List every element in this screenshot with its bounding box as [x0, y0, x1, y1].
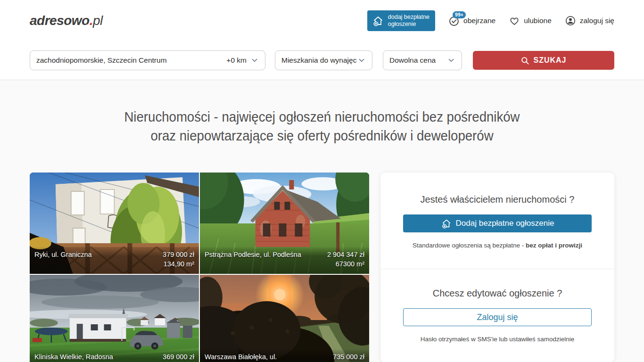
- listing-area: 67300 m²: [327, 259, 364, 269]
- location-value: zachodniopomorskie, Szczecin Centrum: [36, 56, 167, 65]
- owner-note-bold: bez opłat i prowizji: [526, 242, 582, 249]
- chevron-down-icon: [250, 56, 259, 65]
- search-button-label: SZUKAJ: [533, 56, 566, 65]
- radius-value: +0 km: [226, 56, 247, 65]
- add-listing-label-line2: ogłoszenie: [388, 21, 416, 27]
- search-button[interactable]: SZUKAJ: [473, 51, 614, 70]
- login-button-label: Zaloguj się: [477, 313, 518, 322]
- favorites-link[interactable]: ulubione: [509, 15, 552, 26]
- add-free-listing-label: Dodaj bezpłatne ogłoszenie: [456, 219, 554, 228]
- search-section: zachodniopomorskie, Szczecin Centrum +0 …: [0, 41, 644, 80]
- owner-heading: Jesteś właścicielem nieruchomości ?: [403, 194, 592, 205]
- viewed-count-badge: 99+: [453, 11, 466, 18]
- login-link[interactable]: zaloguj się: [565, 15, 614, 26]
- category-select[interactable]: Mieszkania do wynajęc: [275, 50, 372, 70]
- viewed-link[interactable]: 99+ obejrzane: [448, 15, 495, 26]
- search-icon: [520, 56, 529, 65]
- listing-location: Ryki, ul. Graniczna: [34, 250, 92, 270]
- logo-main: adresowo: [30, 13, 90, 28]
- edit-section: Chcesz edytować ogłoszenie ? Zaloguj się…: [380, 269, 614, 362]
- listing-caption: Pstrążna Podlesie, ul. Podleśna 2 904 34…: [200, 247, 369, 274]
- sidebar: Jesteś właścicielem nieruchomości ? Doda…: [380, 173, 614, 362]
- owner-note: Standardowe ogłoszenia są bezpłatne - be…: [403, 242, 592, 249]
- main-content: Nieruchomości - najwięcej ogłoszeń nieru…: [0, 80, 644, 362]
- owner-section: Jesteś właścicielem nieruchomości ? Doda…: [380, 173, 614, 269]
- listing-caption: Kliniska Wielkie, Radosna 369 000 zł: [30, 349, 199, 362]
- top-bar: adresowo.pl dodaj bezpłatne ogłoszenie: [0, 0, 644, 41]
- login-button[interactable]: Zaloguj się: [403, 308, 592, 326]
- chevron-down-icon: [447, 56, 455, 65]
- logo[interactable]: adresowo.pl: [30, 13, 103, 28]
- listing-caption: Ryki, ul. Graniczna 379 000 zł 134,90 m²: [30, 247, 199, 274]
- add-listing-button[interactable]: dodaj bezpłatne ogłoszenie: [367, 10, 435, 31]
- listing-area: 134,90 m²: [163, 259, 194, 269]
- edit-heading: Chcesz edytować ogłoszenie ?: [403, 288, 592, 299]
- owner-panel: Jesteś właścicielem nieruchomości ? Doda…: [380, 173, 614, 362]
- owner-note-regular: Standardowe ogłoszenia są bezpłatne -: [413, 242, 526, 249]
- header-actions: dodaj bezpłatne ogłoszenie 99+ obejrzane: [367, 10, 614, 31]
- chevron-down-icon: [357, 56, 366, 65]
- listing-price: 369 000 zł: [163, 352, 194, 362]
- listing-card[interactable]: Pstrążna Podlesie, ul. Podleśna 2 904 34…: [200, 173, 369, 274]
- location-input[interactable]: zachodniopomorskie, Szczecin Centrum +0 …: [30, 50, 265, 70]
- listing-location: Pstrążna Podlesie, ul. Podleśna: [205, 250, 301, 270]
- house-plus-icon: [372, 15, 384, 27]
- login-label: zaloguj się: [580, 16, 614, 25]
- price-select[interactable]: Dowolna cena: [383, 50, 462, 70]
- listing-card[interactable]: Ryki, ul. Graniczna 379 000 zł 134,90 m²: [30, 173, 199, 274]
- listing-card[interactable]: Kliniska Wielkie, Radosna 369 000 zł: [30, 275, 199, 362]
- check-circle-icon: 99+: [448, 15, 460, 26]
- listing-price: 2 904 347 zł: [327, 250, 364, 259]
- logo-dot: .: [90, 13, 93, 28]
- page-title-line1: Nieruchomości - najwięcej ogłoszeń nieru…: [26, 107, 619, 126]
- user-circle-icon: [565, 15, 576, 26]
- edit-note: Hasło otrzymałeś w SMS'ie lub ustawiłeś …: [403, 336, 592, 343]
- add-listing-label-line1: dodaj bezpłatne: [388, 14, 429, 20]
- add-free-listing-button[interactable]: Dodaj bezpłatne ogłoszenie: [403, 214, 592, 232]
- page-title-line2: oraz niepowtarzające się oferty pośredni…: [26, 126, 619, 145]
- listing-price: 379 000 zł: [163, 250, 194, 259]
- listings-grid: Ryki, ul. Graniczna 379 000 zł 134,90 m²: [30, 173, 369, 362]
- listing-price: 735 000 zł: [333, 352, 364, 362]
- listing-location: Kliniska Wielkie, Radosna: [34, 352, 113, 362]
- listing-card[interactable]: Warszawa Białołęka, ul. 735 000 zł: [200, 275, 369, 362]
- favorites-label: ulubione: [524, 16, 552, 25]
- viewed-label: obejrzane: [463, 16, 495, 25]
- page-title: Nieruchomości - najwięcej ogłoszeń nieru…: [0, 80, 644, 145]
- listing-caption: Warszawa Białołęka, ul. 735 000 zł: [200, 349, 369, 362]
- logo-tld: pl: [93, 13, 103, 28]
- category-value: Mieszkania do wynajęc: [281, 56, 357, 65]
- heart-icon: [509, 15, 520, 26]
- house-plus-icon: [441, 218, 452, 229]
- price-value: Dowolna cena: [389, 56, 436, 65]
- listing-location: Warszawa Białołęka, ul.: [205, 352, 277, 362]
